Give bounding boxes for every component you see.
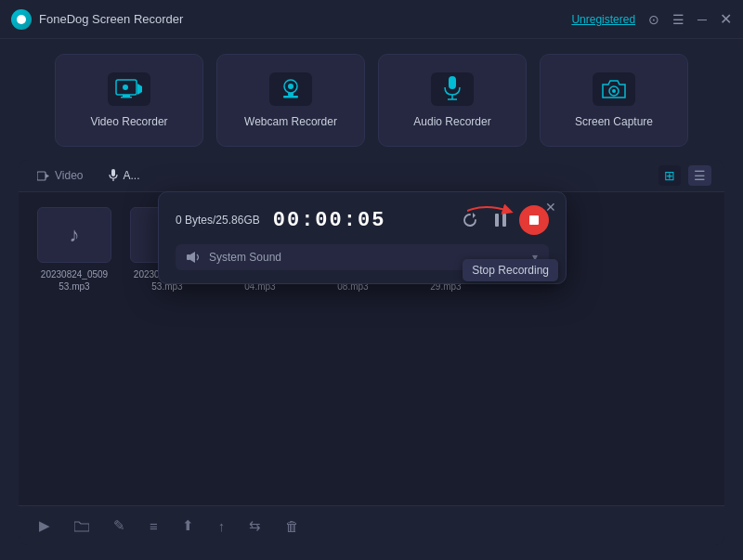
svg-rect-14: [37, 172, 46, 180]
edit-button[interactable]: ✎: [110, 514, 129, 538]
tab-audio[interactable]: A...: [103, 165, 145, 186]
tab-video-label: Video: [55, 169, 83, 182]
app-title: FoneDog Screen Recorder: [39, 12, 571, 26]
list-item[interactable]: ♪ 20230824_050953.mp3: [37, 207, 111, 293]
monitor-icon: [115, 79, 143, 99]
audio-recorder-tile[interactable]: Audio Recorder: [378, 54, 527, 147]
video-recorder-icon-box: [108, 72, 150, 106]
tab-bar: Video A... ⊞ ☰: [19, 160, 724, 192]
svg-rect-7: [288, 93, 293, 96]
svg-rect-8: [283, 96, 298, 98]
folder-icon: [74, 520, 89, 532]
webcam-recorder-icon-box: [269, 72, 312, 106]
main-content: Video Recorder Webcam Recorder: [0, 39, 743, 560]
title-bar-actions: Unregistered ⊙ ☰ ─ ✕: [571, 10, 732, 28]
stop-recording-tooltip: Stop Recording: [463, 259, 558, 281]
video-recorder-label: Video Recorder: [90, 115, 167, 128]
svg-marker-3: [137, 84, 142, 95]
svg-marker-24: [190, 252, 195, 263]
bottom-panel: Video A... ⊞ ☰ ♪ 20230824_0509: [19, 160, 724, 545]
speaker-icon: [187, 251, 202, 264]
share-button[interactable]: ↑: [215, 514, 229, 538]
unregistered-link[interactable]: Unregistered: [571, 13, 635, 26]
recording-timer: 00:00:05: [273, 209, 386, 232]
recording-popup: ✕ 0 Bytes/25.86GB 00:00:05: [158, 191, 567, 284]
svg-rect-1: [123, 95, 130, 97]
svg-rect-2: [121, 97, 132, 98]
webcam-recorder-tile[interactable]: Webcam Recorder: [216, 54, 365, 147]
file-name: 20230824_050953.mp3: [41, 268, 108, 293]
svg-rect-21: [529, 215, 539, 225]
stop-icon: [528, 215, 540, 226]
svg-point-13: [612, 89, 616, 93]
recording-controls: Stop Recording: [458, 205, 549, 235]
video-tab-icon: [37, 171, 50, 181]
delete-button[interactable]: 🗑: [281, 514, 303, 538]
audio-recorder-label: Audio Recorder: [413, 115, 490, 128]
popup-row: 0 Bytes/25.86GB 00:00:05: [176, 205, 549, 235]
audio-recorder-icon-box: [431, 72, 474, 106]
recorder-tiles: Video Recorder Webcam Recorder: [19, 54, 724, 147]
folder-button[interactable]: [71, 516, 93, 536]
file-thumbnail: ♪: [37, 207, 111, 263]
music-note-icon: ♪: [70, 223, 80, 247]
system-sound-icon: [187, 251, 202, 264]
upload-button[interactable]: ⬆: [178, 514, 198, 538]
grid-view-button[interactable]: ⊞: [658, 165, 681, 186]
stop-recording-button[interactable]: [519, 205, 549, 235]
svg-point-4: [123, 85, 128, 90]
close-icon[interactable]: ✕: [720, 10, 732, 28]
transfer-button[interactable]: ⇆: [245, 514, 265, 538]
circle-icon[interactable]: ⊙: [648, 12, 659, 27]
app-logo: [11, 9, 32, 30]
camera-icon: [600, 77, 628, 101]
svg-rect-16: [111, 169, 115, 176]
screen-capture-label: Screen Capture: [575, 115, 653, 128]
svg-point-6: [288, 84, 293, 89]
svg-rect-9: [449, 76, 456, 89]
menu-icon[interactable]: ☰: [672, 12, 684, 27]
svg-rect-23: [187, 254, 190, 260]
screen-capture-icon-box: [593, 72, 635, 106]
list-button[interactable]: ≡: [146, 514, 162, 538]
webcam-icon: [277, 77, 305, 101]
video-recorder-tile[interactable]: Video Recorder: [55, 54, 203, 147]
mic-icon: [442, 75, 463, 103]
minimize-icon[interactable]: ─: [697, 12, 707, 27]
tab-audio-label: A...: [123, 169, 139, 182]
storage-info: 0 Bytes/25.86GB: [176, 214, 260, 227]
list-view-button[interactable]: ☰: [688, 165, 711, 186]
webcam-recorder-label: Webcam Recorder: [244, 115, 337, 128]
title-bar: FoneDog Screen Recorder Unregistered ⊙ ☰…: [0, 0, 743, 39]
arrow-indicator: [467, 202, 514, 220]
bottom-toolbar: ▶ ✎ ≡ ⬆ ↑ ⇆ 🗑: [19, 505, 724, 545]
play-button[interactable]: ▶: [35, 514, 54, 538]
arrow-icon: [467, 202, 514, 220]
screen-capture-tile[interactable]: Screen Capture: [540, 54, 688, 147]
audio-tab-icon: [109, 169, 118, 182]
tab-video[interactable]: Video: [32, 165, 88, 186]
tab-view-controls: ⊞ ☰: [658, 165, 711, 186]
svg-marker-15: [46, 174, 49, 178]
